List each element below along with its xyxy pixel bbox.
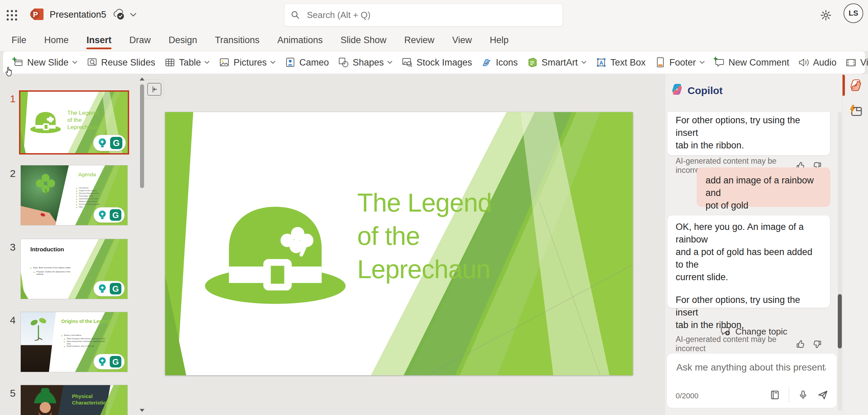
smartart-label: SmartArt — [542, 57, 578, 68]
settings-gear-icon[interactable] — [820, 9, 832, 21]
tab-transitions[interactable]: Transitions — [207, 30, 267, 51]
slide-thumbnail-5[interactable]: PhysicalCharacteristics ▶Depicted as lit… — [20, 385, 128, 415]
thumbnail-title: Introduction — [30, 246, 64, 253]
slide-4-number: 4 — [5, 314, 16, 326]
search-input[interactable] — [306, 10, 525, 21]
top-bar: P Presentation5 LS — [0, 0, 868, 30]
change-topic-label: Change topic — [735, 326, 787, 337]
table-label: Table — [179, 57, 201, 68]
tab-design[interactable]: Design — [160, 30, 205, 51]
workspace: 1 The Legendof theLeprechaun — [0, 74, 868, 415]
tab-animations[interactable]: Animations — [269, 30, 331, 51]
change-topic-icon — [720, 326, 731, 337]
ribbon-icons-button[interactable]: Icons — [476, 53, 522, 72]
thumbnail-scroll-up-arrow[interactable] — [140, 77, 144, 80]
ribbon-shapes-button[interactable]: Shapes — [333, 53, 397, 72]
tab-draw[interactable]: Draw — [121, 30, 159, 51]
icons-bird-icon — [481, 57, 492, 68]
thumbs-up-icon[interactable] — [796, 340, 805, 349]
title-chevron-down-icon[interactable] — [130, 12, 137, 18]
slide-thumbnail-1[interactable]: The Legendof theLeprechaun G — [19, 90, 129, 155]
ribbon-new-comment-button[interactable]: New Comment — [709, 53, 794, 72]
pictures-label: Pictures — [233, 57, 267, 68]
svg-text:P: P — [33, 10, 38, 19]
slide-thumbnail-2[interactable]: Agenda ▶Introduction ▶Origins of the Leg… — [20, 165, 128, 225]
divider — [789, 387, 789, 402]
copilot-message: OK, here you go. An image of a rainbow a… — [667, 215, 830, 308]
tab-view[interactable]: View — [444, 30, 480, 51]
rail-designer-icon[interactable] — [849, 104, 863, 118]
copilot-scrollbar-thumb[interactable] — [838, 294, 842, 348]
tab-home[interactable]: Home — [36, 30, 77, 51]
character-counter: 0/2000 — [676, 392, 698, 400]
grammarly-icon: G — [110, 137, 122, 149]
ribbon-stock-images-button[interactable]: Stock Images — [397, 53, 476, 72]
footer-label: Footer — [670, 57, 696, 68]
chevron-down-icon — [699, 60, 705, 65]
change-topic-button[interactable]: Change topic — [720, 326, 787, 337]
thumbs-down-icon[interactable] — [813, 340, 822, 349]
thumbnail-scroll-down-arrow[interactable] — [140, 409, 144, 412]
right-side-rail — [842, 74, 868, 415]
thumbnail-scrollbar-thumb[interactable] — [140, 84, 144, 188]
slide-thumbnail-3[interactable]: Introduction ▶Topic: Brief overview of t… — [20, 239, 128, 299]
copilot-scrollbar-track[interactable] — [838, 112, 842, 411]
ribbon-smartart-button[interactable]: SmartArt — [522, 53, 591, 72]
document-title[interactable]: Presentation5 — [50, 10, 106, 20]
thumbnail-bullets: ▶Topic: Brief overview of the subject ma… — [30, 267, 75, 276]
new-comment-label: New Comment — [729, 57, 789, 68]
message-line: tab in the ribbon. — [676, 139, 822, 152]
pictures-icon — [219, 57, 230, 68]
ribbon-pictures-button[interactable]: Pictures — [214, 53, 280, 72]
audio-speaker-icon — [798, 57, 810, 68]
collapse-tab — [144, 79, 164, 98]
stock-images-label: Stock Images — [416, 57, 472, 68]
cameo-label: Cameo — [299, 57, 329, 68]
microphone-icon[interactable] — [798, 390, 808, 400]
thumbnail-title: The Legendof theLeprechaun — [67, 109, 98, 131]
thumbnail-bullets: ▶Roots in Irish folklore ▶Tales emerged … — [61, 334, 106, 348]
ribbon-text-box-button[interactable]: A Text Box — [591, 53, 650, 72]
ribbon-footer-button[interactable]: Footer — [650, 53, 709, 72]
collapse-thumbnail-panel-button[interactable] — [147, 83, 161, 96]
grammarly-icon: G — [110, 356, 121, 367]
tab-insert[interactable]: Insert — [78, 30, 120, 51]
tab-file[interactable]: File — [3, 30, 35, 51]
ribbon-reuse-slides-button[interactable]: Reuse Slides — [82, 53, 160, 72]
audio-label: Audio — [813, 57, 836, 68]
copilot-prompt-input[interactable] — [676, 362, 827, 373]
suggestion-badges[interactable]: G — [93, 135, 126, 151]
chevron-down-icon — [270, 60, 276, 65]
ribbon-audio-button[interactable]: Audio — [794, 53, 841, 72]
menu-bar: File Home Insert Draw Design Transitions… — [0, 30, 868, 51]
rail-copilot-icon[interactable] — [849, 79, 862, 92]
tab-help[interactable]: Help — [482, 30, 517, 51]
message-line: OK, here you go. An image of a rainbow — [676, 221, 822, 246]
ribbon-table-button[interactable]: Table — [160, 53, 214, 72]
active-panel-indicator — [843, 75, 845, 96]
account-avatar[interactable]: LS — [844, 3, 863, 23]
slide-canvas[interactable]: The Legend of the Leprechaun — [165, 112, 633, 375]
ribbon-cameo-button[interactable]: Cameo — [280, 53, 333, 72]
search-bar[interactable] — [284, 3, 563, 26]
user-message-line: pot of gold — [706, 199, 821, 212]
chevron-down-icon — [387, 60, 393, 65]
slide-title-text[interactable]: The Legend of the Leprechaun — [357, 186, 492, 286]
ribbon-new-slide-button[interactable]: New Slide — [8, 53, 82, 72]
notebook-icon[interactable] — [770, 390, 780, 400]
saved-status-icon[interactable] — [112, 8, 126, 22]
slide-thumbnail-4[interactable]: Origins of the Legend ▶Roots in Irish fo… — [20, 312, 128, 372]
stock-images-icon — [401, 57, 413, 68]
suggestion-badges[interactable]: G — [93, 354, 124, 369]
suggestion-badges[interactable]: G — [93, 207, 124, 223]
app-launcher-icon[interactable] — [5, 9, 18, 22]
leprechaun-hat-graphic[interactable] — [201, 196, 350, 308]
message-line: and a pot of gold has been added to the — [676, 246, 822, 271]
ribbon-video-button[interactable]: Video — [841, 53, 868, 72]
grammarly-icon: G — [110, 283, 121, 294]
suggestion-badges[interactable]: G — [93, 281, 124, 296]
tab-slide-show[interactable]: Slide Show — [332, 30, 395, 51]
panel-collapse-arrow-icon — [151, 86, 158, 93]
tab-review[interactable]: Review — [396, 30, 442, 51]
send-icon[interactable] — [817, 389, 829, 401]
